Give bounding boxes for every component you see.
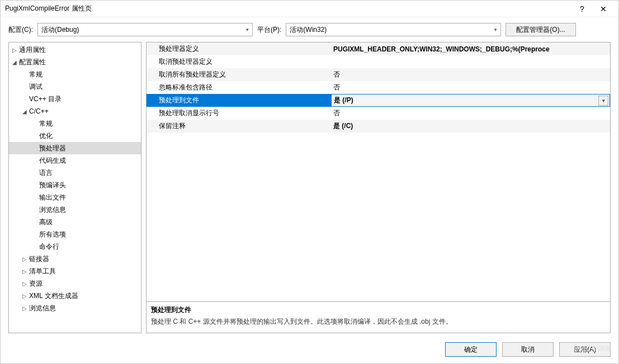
tree-item-label: 所有选项 xyxy=(39,230,66,239)
property-value[interactable]: 是 (/P)▾ xyxy=(331,94,610,107)
tree-item-label: 常规 xyxy=(39,119,53,129)
tree-item[interactable]: ◢C/C++ xyxy=(9,105,141,117)
property-panel: 预处理器定义PUGIXML_HEADER_ONLY;WIN32;_WINDOWS… xyxy=(146,42,611,333)
property-name: 取消预处理器定义 xyxy=(147,55,331,68)
expand-closed-icon[interactable]: ▷ xyxy=(11,47,18,53)
tree-item-label: VC++ 目录 xyxy=(29,94,62,104)
expand-closed-icon[interactable]: ▷ xyxy=(21,305,28,311)
tree-item[interactable]: ▷链接器 xyxy=(9,253,141,265)
config-manager-button[interactable]: 配置管理器(O)... xyxy=(505,23,575,36)
property-row[interactable]: 取消预处理器定义 xyxy=(147,55,610,68)
chevron-down-icon: ▾ xyxy=(246,27,249,32)
tree-item[interactable]: 常规 xyxy=(9,68,141,81)
property-name: 预处理器定义 xyxy=(147,42,331,55)
tree-item-label: C/C++ xyxy=(29,107,49,115)
dropdown-arrow-icon[interactable]: ▾ xyxy=(598,96,608,106)
tree-item-label: 优化 xyxy=(39,131,53,141)
property-grid[interactable]: 预处理器定义PUGIXML_HEADER_ONLY;WIN32;_WINDOWS… xyxy=(147,42,610,301)
tree-item[interactable]: 语言 xyxy=(9,167,141,179)
tree-item-label: 配置属性 xyxy=(19,58,46,67)
platform-value: 活动(Win32) xyxy=(290,25,494,35)
property-value[interactable]: 否 xyxy=(331,81,610,94)
tree-item[interactable]: 调试 xyxy=(9,81,141,93)
tree-item[interactable]: 预编译头 xyxy=(9,179,141,191)
tree-item-label: 预编译头 xyxy=(39,181,66,190)
property-row[interactable]: 保留注释是 (/C) xyxy=(147,120,610,133)
tree-item[interactable]: 输出文件 xyxy=(9,191,141,204)
tree-item-label: 高级 xyxy=(39,218,53,227)
config-toolbar: 配置(C): 活动(Debug) ▾ 平台(P): 活动(Win32) ▾ 配置… xyxy=(1,17,618,42)
tree-item-label: 通用属性 xyxy=(19,45,46,55)
property-name: 保留注释 xyxy=(147,120,331,133)
tree-item[interactable]: 高级 xyxy=(9,216,141,228)
tree-item[interactable]: 预处理器 xyxy=(9,142,141,154)
expand-closed-icon[interactable]: ▷ xyxy=(21,268,28,275)
close-button[interactable]: ✕ xyxy=(593,1,614,17)
expand-open-icon[interactable]: ◢ xyxy=(21,108,28,115)
tree-item[interactable]: ◢配置属性 xyxy=(9,56,141,68)
config-combobox[interactable]: 活动(Debug) ▾ xyxy=(37,23,253,36)
tree-item-label: 输出文件 xyxy=(39,193,66,202)
expand-closed-icon[interactable]: ▷ xyxy=(21,256,28,262)
expand-open-icon[interactable]: ◢ xyxy=(11,59,18,65)
config-label: 配置(C): xyxy=(8,25,33,35)
titlebar: PugiXmlCompileError 属性页 ? ✕ xyxy=(1,1,618,17)
platform-combobox[interactable]: 活动(Win32) ▾ xyxy=(286,23,501,36)
property-name: 取消所有预处理器定义 xyxy=(147,68,331,81)
description-title: 预处理到文件 xyxy=(151,305,606,315)
config-value: 活动(Debug) xyxy=(41,25,246,35)
dialog-footer: 确定 取消 应用(A) xyxy=(1,338,618,363)
tree-item[interactable]: 代码生成 xyxy=(9,154,141,167)
property-row[interactable]: 预处理器定义PUGIXML_HEADER_ONLY;WIN32;_WINDOWS… xyxy=(147,42,610,55)
tree-item[interactable]: 常规 xyxy=(9,117,141,130)
description-text: 预处理 C 和 C++ 源文件并将预处理的输出写入到文件。此选项将取消编译，因此… xyxy=(151,317,606,327)
tree-item-label: 命令行 xyxy=(39,242,59,252)
tree-item[interactable]: 浏览信息 xyxy=(9,204,141,216)
tree-item-label: 资源 xyxy=(29,279,42,289)
property-name: 忽略标准包含路径 xyxy=(147,81,331,94)
property-value[interactable]: 否 xyxy=(331,107,610,120)
tree-item[interactable]: 命令行 xyxy=(9,240,141,253)
tree-item-label: 浏览信息 xyxy=(29,304,56,313)
property-name: 预处理取消显示行号 xyxy=(147,107,331,120)
tree-item-label: XML 文档生成器 xyxy=(29,291,78,301)
tree-item-label: 链接器 xyxy=(29,254,49,264)
platform-label: 平台(P): xyxy=(257,25,281,35)
tree-item-label: 语言 xyxy=(39,168,53,178)
property-row[interactable]: 预处理到文件是 (/P)▾ xyxy=(147,94,610,107)
tree-item[interactable]: 所有选项 xyxy=(9,228,141,240)
description-panel: 预处理到文件 预处理 C 和 C++ 源文件并将预处理的输出写入到文件。此选项将… xyxy=(147,301,610,333)
tree-item-label: 清单工具 xyxy=(29,267,56,276)
property-tree[interactable]: ▷通用属性◢配置属性常规调试VC++ 目录◢C/C++常规优化预处理器代码生成语… xyxy=(8,42,141,333)
apply-button[interactable]: 应用(A) xyxy=(559,342,611,357)
tree-item[interactable]: ▷XML 文档生成器 xyxy=(9,290,141,302)
tree-item[interactable]: ▷清单工具 xyxy=(9,265,141,277)
property-value[interactable] xyxy=(331,55,610,68)
window-title: PugiXmlCompileError 属性页 xyxy=(5,4,571,13)
property-value[interactable]: PUGIXML_HEADER_ONLY;WIN32;_WINDOWS;_DEBU… xyxy=(331,42,610,55)
property-name: 预处理到文件 xyxy=(147,94,331,107)
tree-item[interactable]: ▷浏览信息 xyxy=(9,302,141,314)
tree-item-label: 代码生成 xyxy=(39,156,66,166)
property-value[interactable]: 是 (/C) xyxy=(331,120,610,133)
tree-item-label: 常规 xyxy=(29,70,42,79)
tree-item[interactable]: ▷资源 xyxy=(9,277,141,290)
ok-button[interactable]: 确定 xyxy=(445,342,497,357)
tree-item-label: 浏览信息 xyxy=(39,205,66,215)
tree-item-label: 预处理器 xyxy=(39,144,66,153)
help-button[interactable]: ? xyxy=(571,1,593,17)
expand-closed-icon[interactable]: ▷ xyxy=(21,293,28,299)
property-row[interactable]: 忽略标准包含路径否 xyxy=(147,81,610,94)
tree-item[interactable]: ▷通用属性 xyxy=(9,44,141,56)
chevron-down-icon: ▾ xyxy=(494,27,497,32)
property-value[interactable]: 否 xyxy=(331,68,610,81)
property-row[interactable]: 取消所有预处理器定义否 xyxy=(147,68,610,81)
tree-item[interactable]: VC++ 目录 xyxy=(9,93,141,105)
tree-item[interactable]: 优化 xyxy=(9,130,141,142)
cancel-button[interactable]: 取消 xyxy=(502,342,554,357)
tree-item-label: 调试 xyxy=(29,82,42,92)
property-row[interactable]: 预处理取消显示行号否 xyxy=(147,107,610,120)
expand-closed-icon[interactable]: ▷ xyxy=(21,281,28,287)
